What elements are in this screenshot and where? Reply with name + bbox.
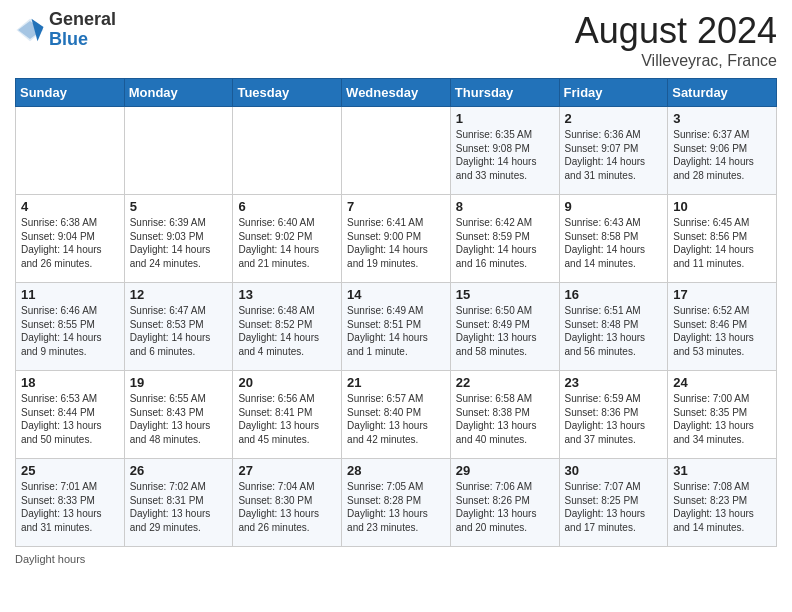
day-number: 13: [238, 287, 336, 302]
day-number: 3: [673, 111, 771, 126]
day-info: Sunrise: 6:57 AM Sunset: 8:40 PM Dayligh…: [347, 392, 445, 446]
day-info: Sunrise: 6:36 AM Sunset: 9:07 PM Dayligh…: [565, 128, 663, 182]
calendar-cell: 18Sunrise: 6:53 AM Sunset: 8:44 PM Dayli…: [16, 371, 125, 459]
daylight-label: Daylight hours: [15, 553, 85, 565]
calendar-cell: 25Sunrise: 7:01 AM Sunset: 8:33 PM Dayli…: [16, 459, 125, 547]
day-number: 26: [130, 463, 228, 478]
month-title: August 2024: [575, 10, 777, 52]
day-info: Sunrise: 6:48 AM Sunset: 8:52 PM Dayligh…: [238, 304, 336, 358]
day-number: 6: [238, 199, 336, 214]
calendar-cell: 26Sunrise: 7:02 AM Sunset: 8:31 PM Dayli…: [124, 459, 233, 547]
day-info: Sunrise: 6:37 AM Sunset: 9:06 PM Dayligh…: [673, 128, 771, 182]
day-number: 25: [21, 463, 119, 478]
day-number: 5: [130, 199, 228, 214]
calendar-cell: 24Sunrise: 7:00 AM Sunset: 8:35 PM Dayli…: [668, 371, 777, 459]
day-info: Sunrise: 7:02 AM Sunset: 8:31 PM Dayligh…: [130, 480, 228, 534]
header-row: SundayMondayTuesdayWednesdayThursdayFrid…: [16, 79, 777, 107]
calendar-cell: 31Sunrise: 7:08 AM Sunset: 8:23 PM Dayli…: [668, 459, 777, 547]
day-number: 20: [238, 375, 336, 390]
day-info: Sunrise: 6:45 AM Sunset: 8:56 PM Dayligh…: [673, 216, 771, 270]
calendar-cell: 22Sunrise: 6:58 AM Sunset: 8:38 PM Dayli…: [450, 371, 559, 459]
header-cell-saturday: Saturday: [668, 79, 777, 107]
day-info: Sunrise: 7:06 AM Sunset: 8:26 PM Dayligh…: [456, 480, 554, 534]
day-info: Sunrise: 7:05 AM Sunset: 8:28 PM Dayligh…: [347, 480, 445, 534]
day-info: Sunrise: 6:59 AM Sunset: 8:36 PM Dayligh…: [565, 392, 663, 446]
calendar-cell: 4Sunrise: 6:38 AM Sunset: 9:04 PM Daylig…: [16, 195, 125, 283]
day-number: 12: [130, 287, 228, 302]
week-row-4: 18Sunrise: 6:53 AM Sunset: 8:44 PM Dayli…: [16, 371, 777, 459]
footer: Daylight hours: [15, 553, 777, 565]
day-info: Sunrise: 7:00 AM Sunset: 8:35 PM Dayligh…: [673, 392, 771, 446]
day-info: Sunrise: 6:47 AM Sunset: 8:53 PM Dayligh…: [130, 304, 228, 358]
day-info: Sunrise: 7:08 AM Sunset: 8:23 PM Dayligh…: [673, 480, 771, 534]
header-cell-monday: Monday: [124, 79, 233, 107]
week-row-3: 11Sunrise: 6:46 AM Sunset: 8:55 PM Dayli…: [16, 283, 777, 371]
calendar-body: 1Sunrise: 6:35 AM Sunset: 9:08 PM Daylig…: [16, 107, 777, 547]
day-number: 21: [347, 375, 445, 390]
day-number: 16: [565, 287, 663, 302]
day-number: 11: [21, 287, 119, 302]
calendar-cell: 30Sunrise: 7:07 AM Sunset: 8:25 PM Dayli…: [559, 459, 668, 547]
calendar-cell: 17Sunrise: 6:52 AM Sunset: 8:46 PM Dayli…: [668, 283, 777, 371]
calendar-cell: 8Sunrise: 6:42 AM Sunset: 8:59 PM Daylig…: [450, 195, 559, 283]
calendar-cell: [233, 107, 342, 195]
calendar-cell: 9Sunrise: 6:43 AM Sunset: 8:58 PM Daylig…: [559, 195, 668, 283]
calendar-cell: 13Sunrise: 6:48 AM Sunset: 8:52 PM Dayli…: [233, 283, 342, 371]
calendar-cell: [16, 107, 125, 195]
calendar-cell: [342, 107, 451, 195]
day-info: Sunrise: 6:42 AM Sunset: 8:59 PM Dayligh…: [456, 216, 554, 270]
day-number: 24: [673, 375, 771, 390]
day-number: 18: [21, 375, 119, 390]
header-cell-sunday: Sunday: [16, 79, 125, 107]
day-info: Sunrise: 7:04 AM Sunset: 8:30 PM Dayligh…: [238, 480, 336, 534]
calendar-cell: 7Sunrise: 6:41 AM Sunset: 9:00 PM Daylig…: [342, 195, 451, 283]
title-block: August 2024 Villeveyrac, France: [575, 10, 777, 70]
day-info: Sunrise: 6:50 AM Sunset: 8:49 PM Dayligh…: [456, 304, 554, 358]
logo: General Blue: [15, 10, 116, 50]
calendar-cell: 19Sunrise: 6:55 AM Sunset: 8:43 PM Dayli…: [124, 371, 233, 459]
calendar-cell: 27Sunrise: 7:04 AM Sunset: 8:30 PM Dayli…: [233, 459, 342, 547]
day-info: Sunrise: 6:43 AM Sunset: 8:58 PM Dayligh…: [565, 216, 663, 270]
day-number: 23: [565, 375, 663, 390]
day-info: Sunrise: 6:52 AM Sunset: 8:46 PM Dayligh…: [673, 304, 771, 358]
day-number: 30: [565, 463, 663, 478]
calendar-cell: 15Sunrise: 6:50 AM Sunset: 8:49 PM Dayli…: [450, 283, 559, 371]
day-number: 22: [456, 375, 554, 390]
header-cell-thursday: Thursday: [450, 79, 559, 107]
week-row-2: 4Sunrise: 6:38 AM Sunset: 9:04 PM Daylig…: [16, 195, 777, 283]
day-number: 28: [347, 463, 445, 478]
calendar-cell: 12Sunrise: 6:47 AM Sunset: 8:53 PM Dayli…: [124, 283, 233, 371]
day-number: 10: [673, 199, 771, 214]
location: Villeveyrac, France: [575, 52, 777, 70]
calendar-cell: 20Sunrise: 6:56 AM Sunset: 8:41 PM Dayli…: [233, 371, 342, 459]
calendar-cell: [124, 107, 233, 195]
logo-general: General: [49, 9, 116, 29]
day-info: Sunrise: 6:41 AM Sunset: 9:00 PM Dayligh…: [347, 216, 445, 270]
day-number: 9: [565, 199, 663, 214]
logo-text: General Blue: [49, 10, 116, 50]
day-number: 2: [565, 111, 663, 126]
calendar-table: SundayMondayTuesdayWednesdayThursdayFrid…: [15, 78, 777, 547]
calendar-cell: 1Sunrise: 6:35 AM Sunset: 9:08 PM Daylig…: [450, 107, 559, 195]
day-number: 7: [347, 199, 445, 214]
day-info: Sunrise: 6:51 AM Sunset: 8:48 PM Dayligh…: [565, 304, 663, 358]
day-number: 17: [673, 287, 771, 302]
calendar-cell: 14Sunrise: 6:49 AM Sunset: 8:51 PM Dayli…: [342, 283, 451, 371]
day-number: 14: [347, 287, 445, 302]
day-number: 1: [456, 111, 554, 126]
logo-icon: [15, 15, 45, 45]
day-info: Sunrise: 6:35 AM Sunset: 9:08 PM Dayligh…: [456, 128, 554, 182]
day-info: Sunrise: 7:01 AM Sunset: 8:33 PM Dayligh…: [21, 480, 119, 534]
calendar-cell: 29Sunrise: 7:06 AM Sunset: 8:26 PM Dayli…: [450, 459, 559, 547]
page-header: General Blue August 2024 Villeveyrac, Fr…: [15, 10, 777, 70]
header-cell-tuesday: Tuesday: [233, 79, 342, 107]
day-info: Sunrise: 6:55 AM Sunset: 8:43 PM Dayligh…: [130, 392, 228, 446]
day-number: 31: [673, 463, 771, 478]
calendar-cell: 5Sunrise: 6:39 AM Sunset: 9:03 PM Daylig…: [124, 195, 233, 283]
calendar-header: SundayMondayTuesdayWednesdayThursdayFrid…: [16, 79, 777, 107]
day-info: Sunrise: 6:58 AM Sunset: 8:38 PM Dayligh…: [456, 392, 554, 446]
day-info: Sunrise: 6:56 AM Sunset: 8:41 PM Dayligh…: [238, 392, 336, 446]
calendar-cell: 2Sunrise: 6:36 AM Sunset: 9:07 PM Daylig…: [559, 107, 668, 195]
calendar-cell: 16Sunrise: 6:51 AM Sunset: 8:48 PM Dayli…: [559, 283, 668, 371]
day-number: 29: [456, 463, 554, 478]
